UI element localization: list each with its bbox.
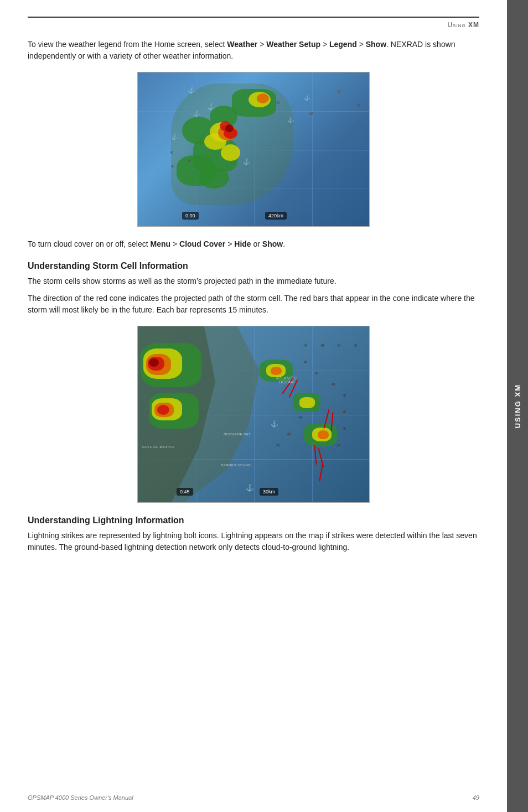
intro-sep3: > xyxy=(357,40,366,49)
map2-container: ATLANTICOCEAN GULF OF MEXICO BISCAYNE BA… xyxy=(28,326,479,504)
section1-para1: The storm cells show storms as well as t… xyxy=(28,275,479,287)
cloud-cover-paragraph: To turn cloud cover on or off, select Me… xyxy=(28,238,479,250)
page-footer: GPSMAP 4000 Series Owner's Manual 49 xyxy=(28,794,479,801)
intro-sep1: > xyxy=(257,40,266,49)
map1-image: ⚓ ⚓ ⚓ ⚓ ⚓ ⚓ ⚓ 4/ 4/ 4/ 4/ 4/ 4/ 4/ 0:00 … xyxy=(137,72,370,227)
map2-time: 0:45 xyxy=(177,488,193,496)
side-tab: Using XM xyxy=(507,0,528,812)
footer-right: 49 xyxy=(473,794,479,801)
footer-left: GPSMAP 4000 Series Owner's Manual xyxy=(28,794,133,801)
main-content: Using XM To view the weather legend from… xyxy=(0,0,507,812)
intro-text-before: To view the weather legend from the Home… xyxy=(28,40,227,49)
intro-link-legend: Legend xyxy=(329,40,357,49)
map1-zoom: 420km xyxy=(265,212,287,220)
page-header: Using XM xyxy=(28,17,479,29)
cloud-sep2: > xyxy=(225,240,234,248)
map1-time: 0:00 xyxy=(182,212,199,220)
map2-image: ATLANTICOCEAN GULF OF MEXICO BISCAYNE BA… xyxy=(137,326,370,503)
cloud-text-middle: or xyxy=(251,240,262,248)
intro-link-weather-setup: Weather Setup xyxy=(266,40,320,49)
intro-sep2: > xyxy=(320,40,329,49)
intro-link-show: Show xyxy=(366,40,386,49)
cloud-text-before: To turn cloud cover on or off, select xyxy=(28,240,151,248)
cloud-link-menu: Menu xyxy=(151,240,171,248)
map1-container: ⚓ ⚓ ⚓ ⚓ ⚓ ⚓ ⚓ 4/ 4/ 4/ 4/ 4/ 4/ 4/ 0:00 … xyxy=(28,72,479,228)
section2-heading: Understanding Lightning Information xyxy=(28,516,479,525)
cloud-sep1: > xyxy=(170,240,179,248)
section2-para1: Lightning strikes are represented by lig… xyxy=(28,530,479,553)
section1-heading: Understanding Storm Cell Information xyxy=(28,261,479,271)
cloud-link-hide: Hide xyxy=(234,240,251,248)
intro-link-weather: Weather xyxy=(227,40,257,49)
header-using: Using xyxy=(447,21,465,29)
cloud-text-after: . xyxy=(283,240,285,248)
cloud-link-cloud-cover: Cloud Cover xyxy=(179,240,225,248)
cloud-link-show: Show xyxy=(262,240,283,248)
side-tab-text: Using XM xyxy=(514,384,522,428)
map2-zoom: 30km xyxy=(260,488,278,496)
header-xm: XM xyxy=(468,21,479,29)
section1-para2: The direction of the red cone indicates … xyxy=(28,293,479,316)
intro-paragraph: To view the weather legend from the Home… xyxy=(28,39,479,62)
